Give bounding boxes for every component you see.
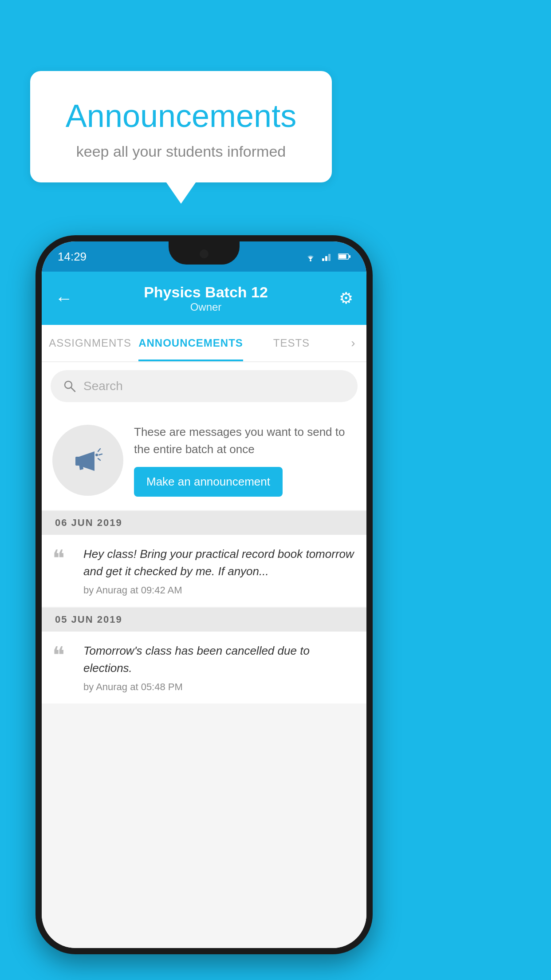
- camera-dot: [200, 249, 209, 258]
- quote-icon-1: ❝: [52, 547, 75, 570]
- svg-line-8: [71, 387, 75, 391]
- search-icon: [63, 379, 76, 393]
- quote-icon-2: ❝: [52, 644, 75, 667]
- search-bar-wrapper: Search: [42, 362, 366, 410]
- promo-description: These are messages you want to send to t…: [134, 423, 356, 458]
- speech-bubble-title: Announcements: [48, 98, 314, 134]
- app-bar-center: Physics Batch 12 Owner: [144, 284, 268, 313]
- svg-rect-2: [325, 256, 327, 261]
- svg-rect-3: [328, 254, 331, 261]
- tab-more[interactable]: ›: [340, 325, 366, 361]
- signal-icon: [322, 252, 333, 261]
- svg-line-11: [98, 449, 100, 451]
- promo-icon-circle: [52, 425, 123, 496]
- promo-right: These are messages you want to send to t…: [134, 423, 356, 497]
- announcement-content-2: Tomorrow's class has been cancelled due …: [83, 642, 356, 693]
- announcement-meta-2: by Anurag at 05:48 PM: [83, 681, 356, 693]
- app-bar-title: Physics Batch 12: [144, 284, 268, 301]
- svg-line-12: [99, 454, 102, 455]
- status-bar: 14:29: [42, 241, 366, 272]
- battery-icon: [338, 253, 350, 260]
- notch: [169, 241, 240, 265]
- svg-rect-1: [322, 258, 324, 261]
- tab-announcements[interactable]: ANNOUNCEMENTS: [138, 325, 243, 361]
- tab-assignments[interactable]: ASSIGNMENTS: [42, 325, 138, 361]
- tab-tests[interactable]: TESTS: [243, 325, 340, 361]
- svg-rect-6: [349, 255, 350, 258]
- announcement-content-1: Hey class! Bring your practical record b…: [83, 545, 356, 596]
- phone-frame: 14:29: [35, 235, 373, 954]
- speech-bubble-subtitle: keep all your students informed: [48, 143, 314, 160]
- announcement-text-1: Hey class! Bring your practical record b…: [83, 545, 356, 580]
- speech-bubble: Announcements keep all your students inf…: [30, 71, 332, 182]
- announcement-text-2: Tomorrow's class has been cancelled due …: [83, 642, 356, 677]
- svg-point-10: [95, 454, 98, 456]
- announcement-item-1: ❝ Hey class! Bring your practical record…: [42, 535, 366, 607]
- speech-bubble-wrapper: Announcements keep all your students inf…: [30, 71, 332, 182]
- megaphone-icon: [70, 443, 106, 478]
- status-time: 14:29: [58, 250, 87, 264]
- phone-inner: 14:29: [42, 241, 366, 948]
- make-announcement-button[interactable]: Make an announcement: [134, 467, 283, 497]
- svg-point-0: [310, 260, 311, 261]
- gear-button[interactable]: ⚙: [339, 289, 353, 308]
- date-separator-1: 06 JUN 2019: [42, 511, 366, 535]
- phone-wrapper: 14:29: [35, 235, 373, 954]
- content-area: Search: [42, 362, 366, 948]
- tabs-bar: ASSIGNMENTS ANNOUNCEMENTS TESTS ›: [42, 325, 366, 362]
- wifi-icon: [304, 252, 317, 261]
- app-bar-subtitle: Owner: [144, 301, 268, 313]
- svg-rect-5: [339, 255, 346, 259]
- announcement-item-2: ❝ Tomorrow's class has been cancelled du…: [42, 632, 366, 703]
- app-bar: ← Physics Batch 12 Owner ⚙: [42, 272, 366, 325]
- svg-line-13: [98, 458, 100, 460]
- status-icons: [304, 252, 350, 261]
- announcement-meta-1: by Anurag at 09:42 AM: [83, 585, 356, 596]
- search-bar[interactable]: Search: [51, 370, 358, 402]
- search-placeholder: Search: [83, 379, 123, 393]
- announcement-promo: These are messages you want to send to t…: [42, 410, 366, 510]
- back-button[interactable]: ←: [55, 288, 73, 308]
- date-separator-2: 05 JUN 2019: [42, 608, 366, 632]
- phone-content: 14:29: [42, 241, 366, 948]
